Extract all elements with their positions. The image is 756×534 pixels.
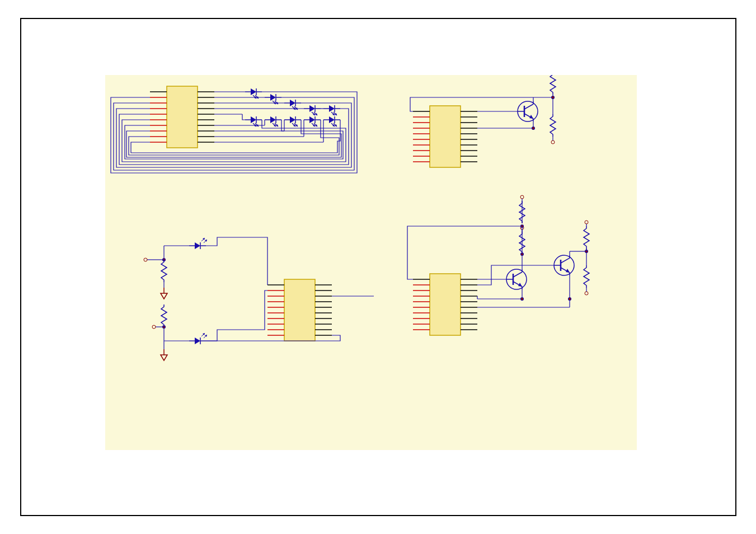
schematic-canvas [105, 75, 637, 450]
ic-rect [284, 279, 315, 341]
ic-rect [167, 86, 198, 148]
ic-rect [430, 274, 461, 335]
page-frame [20, 18, 736, 516]
ic-rect [430, 106, 461, 167]
